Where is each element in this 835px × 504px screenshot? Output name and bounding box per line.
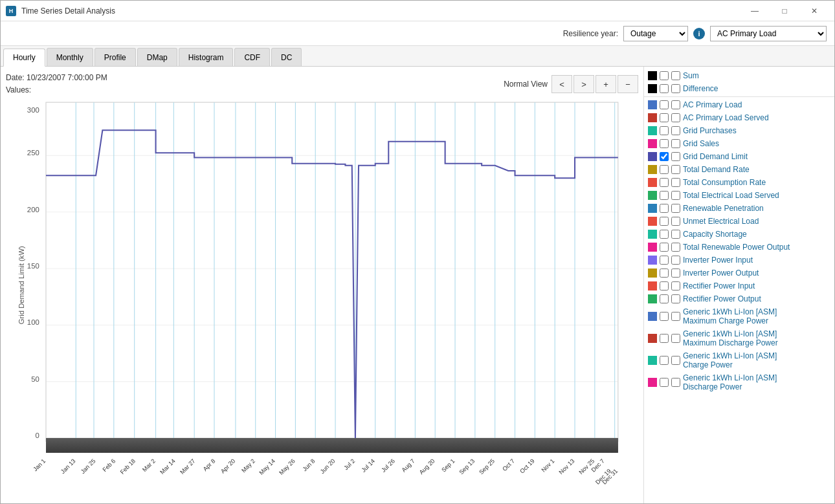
legend-cb1-inverter-power-input[interactable] bbox=[660, 256, 669, 265]
legend-color-grid-sales bbox=[648, 139, 657, 148]
legend-cb2-rectifier-power-output[interactable] bbox=[671, 294, 680, 303]
legend-cb2-generic-max-charge[interactable] bbox=[671, 312, 680, 321]
legend-label-generic-max-discharge[interactable]: Generic 1kWh Li-Ion [ASM]Maximum Dischar… bbox=[683, 329, 830, 347]
legend-cb2-total-demand-rate[interactable] bbox=[671, 165, 680, 174]
chart-header: Date: 10/23/2007 7:00:00 PM Values: Norm… bbox=[6, 72, 638, 96]
legend-cb2-ac-primary-load-served[interactable] bbox=[671, 113, 680, 122]
legend-cb1-total-consumption-rate[interactable] bbox=[660, 178, 669, 187]
legend-label-unmet-electrical-load[interactable]: Unmet Electrical Load bbox=[683, 217, 830, 226]
legend-label-generic-charge[interactable]: Generic 1kWh Li-Ion [ASM]Charge Power bbox=[683, 351, 830, 369]
legend-cb1-rectifier-power-input[interactable] bbox=[660, 281, 669, 290]
legend-label-inverter-power-output[interactable]: Inverter Power Output bbox=[683, 268, 830, 278]
info-button[interactable]: i bbox=[693, 28, 705, 39]
legend-item-sum: Sum bbox=[644, 69, 834, 82]
legend-cb1-ac-primary-load-served[interactable] bbox=[660, 113, 669, 122]
close-button[interactable]: ✕ bbox=[799, 1, 829, 21]
legend-label-total-electrical-load-served[interactable]: Total Electrical Load Served bbox=[683, 191, 830, 200]
legend-cb1-difference[interactable] bbox=[660, 84, 669, 93]
legend-label-total-demand-rate[interactable]: Total Demand Rate bbox=[683, 165, 830, 174]
legend-color-unmet-electrical-load bbox=[648, 217, 657, 226]
legend-color-inverter-power-input bbox=[648, 256, 657, 265]
legend-cb2-difference[interactable] bbox=[671, 84, 680, 93]
legend-cb2-rectifier-power-input[interactable] bbox=[671, 281, 680, 290]
legend-cb1-generic-charge[interactable] bbox=[660, 356, 669, 365]
legend-label-capacity-shortage[interactable]: Capacity Shortage bbox=[683, 230, 830, 239]
legend-cb2-grid-demand-limit[interactable] bbox=[671, 152, 680, 161]
legend-cb1-generic-discharge[interactable] bbox=[660, 378, 669, 387]
legend-cb1-grid-sales[interactable] bbox=[660, 139, 669, 148]
legend-cb2-inverter-power-input[interactable] bbox=[671, 256, 680, 265]
legend-item-total-consumption-rate: Total Consumption Rate bbox=[644, 176, 834, 189]
svg-text:150: 150 bbox=[27, 262, 39, 270]
legend-cb2-unmet-electrical-load[interactable] bbox=[671, 217, 680, 226]
legend-label-renewable-penetration[interactable]: Renewable Penetration bbox=[683, 204, 830, 213]
legend-label-grid-sales[interactable]: Grid Sales bbox=[683, 139, 830, 148]
resilience-dropdown[interactable]: Outage bbox=[623, 26, 688, 41]
svg-text:Mar 14: Mar 14 bbox=[159, 458, 176, 476]
legend-cb1-total-demand-rate[interactable] bbox=[660, 165, 669, 174]
legend-label-ac-primary-load[interactable]: AC Primary Load bbox=[683, 100, 830, 109]
legend-cb2-renewable-penetration[interactable] bbox=[671, 204, 680, 213]
chart-values: Values: bbox=[6, 84, 504, 96]
legend-label-sum[interactable]: Sum bbox=[683, 71, 830, 80]
legend-label-inverter-power-input[interactable]: Inverter Power Input bbox=[683, 256, 830, 265]
legend-item-total-demand-rate: Total Demand Rate bbox=[644, 163, 834, 176]
ac-primary-dropdown[interactable]: AC Primary Load bbox=[710, 26, 827, 41]
tab-cdf[interactable]: CDF bbox=[234, 48, 270, 66]
legend-cb2-generic-max-discharge[interactable] bbox=[671, 334, 680, 343]
legend-color-rectifier-power-output bbox=[648, 294, 657, 303]
legend-cb1-sum[interactable] bbox=[660, 71, 669, 80]
legend-cb2-inverter-power-output[interactable] bbox=[671, 268, 680, 278]
legend-cb2-sum[interactable] bbox=[671, 71, 680, 80]
maximize-button[interactable]: □ bbox=[770, 1, 799, 21]
svg-text:Grid Demand Limit (kW): Grid Demand Limit (kW) bbox=[17, 246, 25, 324]
legend-color-inverter-power-output bbox=[648, 268, 657, 278]
legend-label-grid-demand-limit[interactable]: Grid Demand Limit bbox=[683, 152, 830, 161]
legend-label-generic-discharge[interactable]: Generic 1kWh Li-Ion [ASM]Discharge Power bbox=[683, 373, 830, 391]
legend-cb1-generic-max-discharge[interactable] bbox=[660, 334, 669, 343]
legend-cb2-capacity-shortage[interactable] bbox=[671, 230, 680, 239]
legend-label-difference[interactable]: Difference bbox=[683, 84, 830, 93]
legend-label-ac-primary-load-served[interactable]: AC Primary Load Served bbox=[683, 113, 830, 122]
tab-histogram[interactable]: Histogram bbox=[179, 48, 234, 66]
legend-label-grid-purchases[interactable]: Grid Purchases bbox=[683, 126, 830, 135]
nav-zoom-in-button[interactable]: + bbox=[596, 75, 616, 93]
nav-back-button[interactable]: < bbox=[551, 75, 572, 93]
legend-cb1-total-electrical-load-served[interactable] bbox=[660, 191, 669, 200]
nav-zoom-out-button[interactable]: − bbox=[618, 75, 638, 93]
legend-label-total-renewable-power[interactable]: Total Renewable Power Output bbox=[683, 243, 830, 252]
legend-label-generic-max-charge[interactable]: Generic 1kWh Li-Ion [ASM]Maximum Charge … bbox=[683, 307, 830, 325]
tab-monthly[interactable]: Monthly bbox=[47, 48, 93, 66]
nav-forward-button[interactable]: > bbox=[573, 75, 594, 93]
legend-cb1-generic-max-charge[interactable] bbox=[660, 312, 669, 321]
legend-label-rectifier-power-input[interactable]: Rectifier Power Input bbox=[683, 281, 830, 290]
legend-cb1-inverter-power-output[interactable] bbox=[660, 268, 669, 278]
legend-cb2-grid-purchases[interactable] bbox=[671, 126, 680, 135]
legend-label-rectifier-power-output[interactable]: Rectifier Power Output bbox=[683, 294, 830, 303]
legend-cb2-grid-sales[interactable] bbox=[671, 139, 680, 148]
legend-cb1-unmet-electrical-load[interactable] bbox=[660, 217, 669, 226]
legend-label-total-consumption-rate[interactable]: Total Consumption Rate bbox=[683, 178, 830, 187]
tab-hourly[interactable]: Hourly bbox=[3, 49, 45, 67]
svg-text:Jul 26: Jul 26 bbox=[380, 458, 396, 474]
legend-cb1-capacity-shortage[interactable] bbox=[660, 230, 669, 239]
minimize-button[interactable]: — bbox=[740, 1, 770, 21]
nav-controls: < > + − bbox=[551, 75, 638, 93]
legend-cb2-generic-charge[interactable] bbox=[671, 356, 680, 365]
legend-cb2-total-consumption-rate[interactable] bbox=[671, 178, 680, 187]
legend-cb1-renewable-penetration[interactable] bbox=[660, 204, 669, 213]
legend-cb1-rectifier-power-output[interactable] bbox=[660, 294, 669, 303]
legend-cb2-total-electrical-load-served[interactable] bbox=[671, 191, 680, 200]
legend-cb1-ac-primary-load[interactable] bbox=[660, 100, 669, 109]
legend-cb1-grid-purchases[interactable] bbox=[660, 126, 669, 135]
legend-cb2-generic-discharge[interactable] bbox=[671, 378, 680, 387]
tab-profile[interactable]: Profile bbox=[95, 48, 136, 66]
legend-cb1-total-renewable-power[interactable] bbox=[660, 243, 669, 252]
legend-color-total-renewable-power bbox=[648, 243, 657, 252]
tab-dc[interactable]: DC bbox=[271, 48, 302, 66]
legend-cb2-total-renewable-power[interactable] bbox=[671, 243, 680, 252]
legend-item-inverter-power-output: Inverter Power Output bbox=[644, 267, 834, 279]
legend-cb2-ac-primary-load[interactable] bbox=[671, 100, 680, 109]
tab-dmap[interactable]: DMap bbox=[137, 48, 177, 66]
legend-cb1-grid-demand-limit[interactable] bbox=[660, 152, 669, 161]
